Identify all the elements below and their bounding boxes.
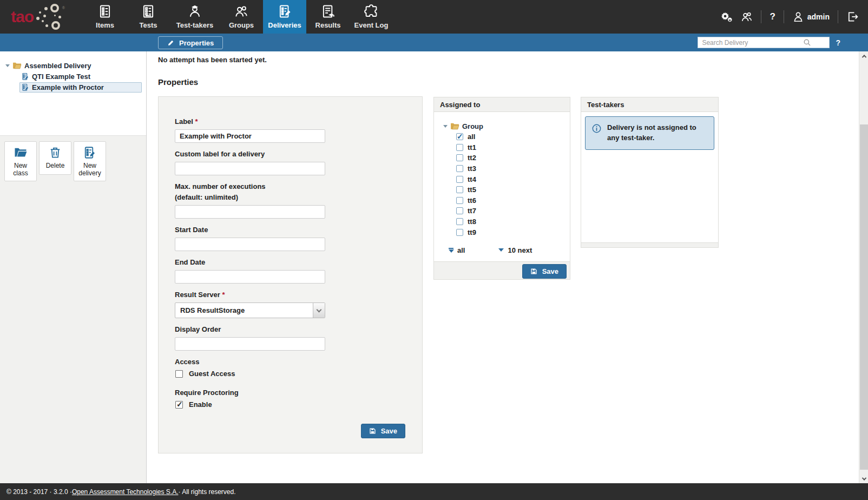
nav-tab-label: Deliveries xyxy=(268,21,301,29)
end-date-field[interactable] xyxy=(175,270,325,284)
assign-option-label[interactable]: tt7 xyxy=(468,207,476,215)
assign-checkbox[interactable] xyxy=(456,186,463,193)
assign-option-row[interactable]: tt3 xyxy=(456,163,570,174)
assign-checkbox[interactable] xyxy=(456,197,463,204)
nav-tab-deliveries[interactable]: Deliveries xyxy=(263,0,306,34)
tree-node-label[interactable]: QTI Example Test xyxy=(32,73,90,81)
tree-node-label[interactable]: Example with Proctor xyxy=(32,83,104,91)
tree-node-label[interactable]: Assembled Delivery xyxy=(24,62,91,70)
nav-tab-results[interactable]: Results xyxy=(306,0,350,34)
nav-tab-tests[interactable]: Tests xyxy=(127,0,170,34)
scrollbar-thumb[interactable] xyxy=(860,124,868,470)
nav-tab-label: Test-takers xyxy=(176,21,213,29)
test-takers-icon xyxy=(188,4,202,18)
vertical-scrollbar[interactable] xyxy=(859,51,868,483)
divider xyxy=(761,10,761,23)
settings-gears-icon[interactable] xyxy=(721,11,733,23)
next-page-link[interactable]: 10 next xyxy=(498,246,532,254)
scroll-down-button[interactable] xyxy=(859,474,868,483)
delete-button[interactable]: Delete xyxy=(39,141,71,175)
tree-node-qti-example-test[interactable]: QTI Example Test xyxy=(19,71,142,82)
guest-access-option[interactable]: Guest Access xyxy=(175,370,406,378)
display-order-field[interactable] xyxy=(175,337,325,351)
assign-option-row[interactable]: tt1 xyxy=(456,142,570,153)
search-icon[interactable] xyxy=(803,38,811,47)
caret-down-icon[interactable] xyxy=(443,125,448,128)
content-area: No attempt has been started yet. Propert… xyxy=(147,51,859,483)
group-node-label[interactable]: Group xyxy=(462,122,483,130)
max-executions-field-label: Max. number of executions xyxy=(175,182,406,190)
select-dropdown-button[interactable] xyxy=(313,303,325,318)
new-class-button[interactable]: New class xyxy=(4,141,37,181)
nav-tab-label: Groups xyxy=(229,21,254,29)
assign-option-row[interactable]: tt9 xyxy=(456,227,570,238)
nav-tab-items[interactable]: Items xyxy=(83,0,127,34)
start-date-field[interactable] xyxy=(175,238,325,251)
assign-checkbox[interactable] xyxy=(456,154,463,161)
guest-access-checkbox[interactable] xyxy=(175,370,183,378)
properties-button[interactable]: Properties xyxy=(158,36,223,49)
assign-option-label[interactable]: tt8 xyxy=(468,218,476,226)
assign-checkbox[interactable] xyxy=(456,176,463,183)
assign-option-label[interactable]: all xyxy=(468,133,475,141)
search-area: ? xyxy=(698,37,840,48)
deliveries-icon xyxy=(278,4,292,18)
search-help-icon[interactable]: ? xyxy=(836,38,840,47)
assign-checkbox[interactable] xyxy=(456,218,463,225)
result-server-select[interactable]: RDS ResultStorage xyxy=(175,302,325,318)
assign-option-label[interactable]: tt4 xyxy=(468,175,476,183)
group-tree-node[interactable]: Group xyxy=(443,121,570,131)
assign-option-label[interactable]: tt3 xyxy=(468,165,476,173)
save-button[interactable]: Save xyxy=(361,424,405,438)
assign-option-label[interactable]: tt9 xyxy=(468,228,476,236)
user-management-icon[interactable] xyxy=(741,11,753,23)
assign-checkbox[interactable] xyxy=(456,229,463,236)
folder-icon xyxy=(12,62,22,70)
custom-label-field[interactable] xyxy=(175,162,325,175)
max-executions-field[interactable] xyxy=(175,205,325,219)
oat-link[interactable]: Open Assessment Technologies S.A. xyxy=(72,488,179,496)
tao-logo[interactable]: tao ® xyxy=(0,0,77,34)
assign-option-row[interactable]: all xyxy=(456,131,570,142)
custom-label-field-label: Custom label for a delivery xyxy=(175,150,406,158)
assign-option-label[interactable]: tt6 xyxy=(468,196,476,205)
assign-option-row[interactable]: tt5 xyxy=(456,185,570,195)
main-navigation: Items Tests Test-takers Groups Deliverie… xyxy=(83,0,393,34)
assign-checkbox[interactable] xyxy=(456,165,463,172)
nav-tab-event-log[interactable]: Event Log xyxy=(350,0,393,34)
required-asterisk: * xyxy=(195,117,198,126)
max-executions-hint: (default: unlimited) xyxy=(175,193,406,201)
assign-option-label[interactable]: tt1 xyxy=(468,143,476,152)
assign-option-row[interactable]: tt6 xyxy=(456,195,570,206)
help-icon[interactable]: ? xyxy=(770,11,775,22)
chevron-down-icon xyxy=(317,307,322,312)
caret-down-icon[interactable] xyxy=(5,64,10,67)
assign-checkbox[interactable] xyxy=(456,144,463,151)
proctoring-enable-label: Enable xyxy=(189,400,212,409)
assign-checkbox[interactable] xyxy=(456,133,463,140)
assign-option-row[interactable]: tt7 xyxy=(456,206,570,216)
assign-option-label[interactable]: tt5 xyxy=(468,186,476,194)
nav-tab-test-takers[interactable]: Test-takers xyxy=(170,0,220,34)
assigned-save-button[interactable]: Save xyxy=(522,264,567,279)
new-delivery-button[interactable]: New delivery xyxy=(74,141,106,181)
assign-option-row[interactable]: tt2 xyxy=(456,153,570,163)
rights-text: · All rights reserved. xyxy=(178,488,235,496)
triangle-down-icon xyxy=(498,248,504,252)
proctoring-enable-option[interactable]: Enable xyxy=(175,400,406,409)
logout-icon[interactable] xyxy=(846,11,858,23)
scroll-up-button[interactable] xyxy=(859,51,868,61)
assign-option-row[interactable]: tt4 xyxy=(456,174,570,185)
copyright-text: © 2013 - 2017 · 3.2.0 · xyxy=(6,488,72,496)
nav-tab-groups[interactable]: Groups xyxy=(220,0,263,34)
assign-option-label[interactable]: tt2 xyxy=(468,154,476,162)
user-menu[interactable]: admin xyxy=(792,11,830,23)
show-all-link[interactable]: all xyxy=(448,246,465,254)
assign-checkbox[interactable] xyxy=(456,207,463,214)
proctoring-enable-checkbox[interactable] xyxy=(175,401,183,409)
tree-node-example-with-proctor[interactable]: Example with Proctor xyxy=(19,82,142,93)
tree-node-assembled-delivery[interactable]: Assembled Delivery xyxy=(5,60,142,71)
assign-option-row[interactable]: tt8 xyxy=(456,216,570,227)
tests-icon xyxy=(141,4,155,18)
label-field[interactable] xyxy=(175,129,325,143)
